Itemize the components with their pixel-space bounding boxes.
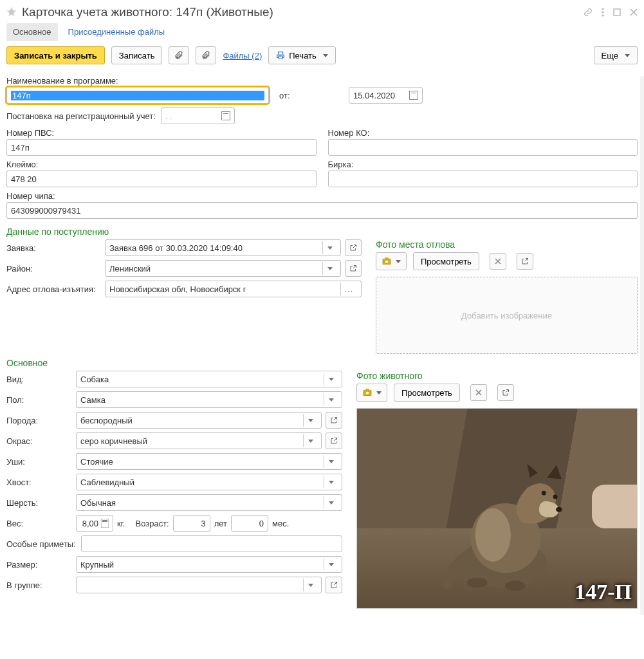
label-chip: Номер чипа:: [6, 191, 71, 201]
label-ves: Вес:: [6, 519, 71, 528]
open-ref-button[interactable]: [345, 239, 362, 256]
label-osob: Особые приметы:: [6, 539, 76, 549]
tab-main[interactable]: Основное: [6, 23, 58, 41]
files-link[interactable]: Файлы (2): [223, 51, 262, 60]
label-pol: Пол:: [6, 395, 71, 405]
input-weight[interactable]: 8,00: [76, 515, 113, 532]
input-sherst[interactable]: Обычная: [76, 494, 342, 511]
open-ref-button[interactable]: [326, 412, 342, 429]
label-mes: мес.: [272, 519, 289, 528]
camera-button[interactable]: [356, 384, 387, 402]
kebab-menu-icon[interactable]: [602, 8, 604, 17]
label-vid: Вид:: [6, 375, 71, 384]
label-vozrast: Возраст:: [135, 519, 169, 528]
dropdown-icon[interactable]: [324, 476, 338, 488]
dropdown-icon[interactable]: [324, 496, 338, 509]
label-name: Наименование в программе:: [6, 76, 118, 86]
calendar-icon[interactable]: [409, 91, 418, 100]
label-okras: Окрас:: [6, 436, 71, 446]
catch-photo-dropzone[interactable]: Добавить изображение: [376, 277, 638, 354]
more-button[interactable]: Еще: [594, 46, 638, 64]
label-hvost: Хвост:: [6, 478, 71, 487]
open-ref-button[interactable]: [345, 260, 362, 277]
label-vgruppe: В группе:: [6, 580, 71, 590]
label-kleymo: Клеймо:: [6, 160, 71, 169]
label-let: лет: [214, 519, 227, 528]
label-ko: Номер КО:: [328, 128, 392, 138]
attach-button-2[interactable]: [196, 46, 216, 64]
open-photo-ref-button[interactable]: [497, 384, 514, 401]
calculator-icon[interactable]: [101, 519, 109, 528]
dropdown-icon[interactable]: [324, 393, 338, 406]
delete-photo-button[interactable]: [470, 384, 487, 401]
maximize-icon[interactable]: [613, 8, 621, 16]
input-size[interactable]: Крупный: [76, 556, 342, 573]
calendar-icon[interactable]: [221, 111, 230, 120]
input-ko[interactable]: [328, 139, 638, 156]
input-address[interactable]: Новосибирская обл, Новосибирск г...: [105, 281, 362, 297]
ellipsis-button[interactable]: ...: [340, 283, 357, 295]
animal-photo[interactable]: 147-П: [356, 408, 638, 609]
input-special-marks[interactable]: [81, 535, 342, 552]
input-raion[interactable]: Ленинский: [105, 260, 341, 277]
save-and-close-button[interactable]: Записать и закрыть: [6, 46, 105, 64]
dropdown-icon[interactable]: [322, 262, 336, 275]
input-hvost[interactable]: Саблевидный: [76, 474, 342, 490]
label-ushi: Уши:: [6, 457, 71, 467]
window-header: Карточка учета животного: 147п (Животные…: [0, 0, 644, 23]
input-name[interactable]: 147п: [6, 87, 269, 104]
input-kleymo[interactable]: 478 20: [6, 171, 317, 187]
dropdown-icon[interactable]: [303, 434, 317, 447]
delete-photo-button[interactable]: [490, 253, 506, 270]
label-birka: Бирка:: [328, 160, 392, 169]
label-address: Адрес отлова-изъятия:: [6, 284, 100, 294]
svg-rect-3: [614, 9, 620, 15]
printer-icon: [276, 51, 285, 60]
section-animal-photo-title: Фото животного: [356, 371, 638, 384]
open-ref-button[interactable]: [326, 577, 342, 593]
window-title: Карточка учета животного: 147п (Животные…: [22, 5, 584, 19]
dropdown-icon[interactable]: [324, 558, 338, 571]
tab-bar: Основное Присоединенные файлы: [0, 23, 644, 41]
input-group[interactable]: [76, 577, 322, 593]
camera-button[interactable]: [376, 252, 407, 270]
open-ref-button[interactable]: [326, 432, 342, 449]
input-birka[interactable]: [328, 171, 638, 187]
svg-point-10: [475, 508, 510, 562]
input-zayavka[interactable]: Заявка 696 от 30.03.2020 14:09:40: [105, 239, 341, 256]
input-date[interactable]: 15.04.2020: [349, 87, 423, 104]
input-age-months[interactable]: 0: [231, 515, 268, 532]
input-age-years[interactable]: 3: [173, 515, 210, 532]
dropdown-icon[interactable]: [303, 579, 317, 591]
input-pol[interactable]: Самка: [76, 391, 342, 408]
dropdown-icon[interactable]: [324, 373, 338, 385]
close-icon[interactable]: [630, 8, 638, 16]
favorite-star-icon[interactable]: [6, 6, 17, 19]
section-catch-photo-title: Фото места отлова: [376, 239, 638, 252]
view-catch-photo-button[interactable]: Просмотреть: [413, 252, 479, 270]
dropdown-icon[interactable]: [324, 455, 338, 468]
input-pvs[interactable]: 147п: [6, 139, 317, 156]
link-icon[interactable]: [584, 8, 593, 17]
label-registration: Постановка на регистрационный учет:: [6, 111, 156, 121]
print-button[interactable]: Печать: [268, 46, 336, 64]
dropdown-icon[interactable]: [303, 414, 317, 427]
label-raion: Район:: [6, 264, 100, 274]
svg-point-4: [385, 260, 388, 263]
save-button[interactable]: Записать: [111, 46, 163, 64]
tab-attached-files[interactable]: Присоединенные файлы: [62, 23, 172, 41]
view-animal-photo-button[interactable]: Просмотреть: [394, 384, 460, 402]
input-chip[interactable]: 643099000979431: [6, 202, 638, 219]
open-photo-ref-button[interactable]: [517, 253, 533, 270]
input-registration-date[interactable]: . .: [161, 107, 235, 124]
photo-label: 147-П: [575, 580, 632, 604]
section-main-title: Основное: [6, 354, 638, 371]
dropdown-icon[interactable]: [322, 241, 336, 254]
input-ushi[interactable]: Стоячие: [76, 453, 342, 470]
input-vid[interactable]: Собака: [76, 371, 342, 387]
label-razmer: Размер:: [6, 560, 71, 570]
camera-icon: [362, 388, 373, 397]
input-poroda[interactable]: беспородный: [76, 412, 322, 429]
input-okras[interactable]: серо коричневый: [76, 432, 322, 449]
attach-button-1[interactable]: [169, 46, 189, 64]
